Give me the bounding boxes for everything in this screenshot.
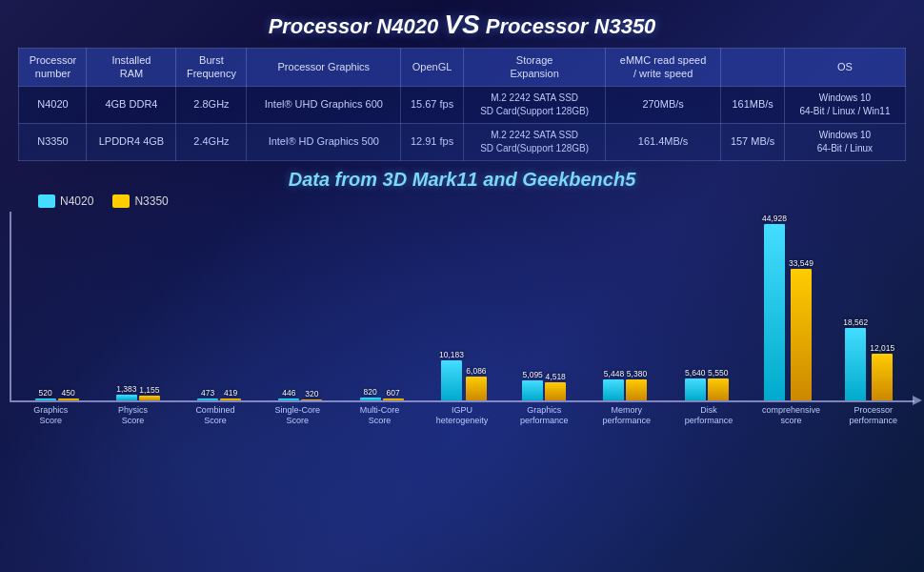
bar-label: Multi-CoreScore [338,405,420,427]
cell-os: Windows 1064-Bit / Linux / Win11 [785,86,905,123]
bar-n3350: 5,380 [626,369,647,400]
legend-n3350: N3350 [112,194,168,208]
table-row: N4020 4GB DDR4 2.8GHz Intel® UHD Graphic… [19,86,905,123]
bar-n4020: 10,183 [439,350,464,400]
cell-graphics: Intel® HD Graphics 500 [247,123,401,160]
col-read: eMMC read speed/ write speed [606,49,721,87]
cell-storage: M.2 2242 SATA SSDSD Card(Support 128GB) [464,86,606,123]
bar-label: PhysicsScore [91,405,173,427]
x-axis-arrow [913,396,922,405]
cell-opengl: 15.67 fps [401,86,464,123]
col-ram: InstalledRAM [87,49,176,87]
title-part1: Processor N4020 [269,14,439,38]
bar-group: 44,928 33,549 [747,214,828,400]
labels-row: GraphicsScorePhysicsScoreCombinedScoreSi… [10,405,914,427]
bar-n3350: 607 [383,388,404,400]
specs-table: Processornumber InstalledRAM BurstFreque… [18,48,905,161]
bar-n4020: 1,383 [116,384,137,400]
bar-n3350: 1,155 [139,385,160,400]
chart-legend: N4020 N3350 [10,194,914,212]
cell-processor: N3350 [19,123,87,160]
col-processor: Processornumber [19,49,87,87]
chart-area: Data from 3D Mark11 and Geekbench5 N4020… [10,161,914,409]
cell-opengl: 12.91 fps [401,123,464,160]
bar-n3350: 12,015 [870,343,894,400]
cell-ram: LPDDR4 4GB [87,123,176,160]
cell-read: 270MB/s [606,86,721,123]
col-opengl: OpenGL [401,49,464,87]
col-os: OS [785,49,905,87]
cell-ram: 4GB DDR4 [87,86,176,123]
bar-n4020: 5,448 [603,369,624,400]
col-freq: BurstFrequency [176,49,247,87]
legend-color-n4020 [38,194,55,208]
bar-n3350: 4,518 [545,372,566,400]
bar-group: 5,640 5,550 [666,368,747,400]
cell-write: 157 MB/s [720,123,784,160]
bar-label: Graphicsperformance [503,405,585,427]
bar-group: 1,383 1,155 [97,384,178,400]
bar-group: 5,448 5,380 [585,369,666,400]
legend-color-n3350 [112,194,130,208]
bar-n3350: 419 [220,388,241,400]
vs-text: VS [444,10,479,39]
bar-n3350: 5,550 [708,368,729,400]
main-title: Processor N4020 VS Processor N3350 [0,0,924,48]
cell-os: Windows 1064-Bit / Linux [785,123,905,160]
bar-label: Memoryperformance [586,405,668,427]
bar-n4020: 473 [197,388,218,400]
legend-label-n4020: N4020 [60,194,93,208]
bar-n4020: 820 [360,387,381,400]
bars-container: 520 450 1,383 1,155 473 419 446 [10,212,914,402]
title-part2: Processor N3350 [486,14,656,38]
cell-read: 161.4MB/s [606,123,721,160]
bar-n4020: 5,640 [685,368,706,400]
chart-title: Data from 3D Mark11 and Geekbench5 [10,161,914,194]
cell-freq: 2.4GHz [176,123,247,160]
legend-label-n3350: N3350 [134,194,168,208]
bar-label: GraphicsScore [10,405,91,427]
bar-n4020: 5,095 [522,370,543,400]
bar-group: 820 607 [341,387,422,400]
bar-n3350: 33,549 [789,258,814,400]
col-write [720,49,784,87]
col-graphics: Processor Graphics [247,49,401,87]
table-row: N3350 LPDDR4 4GB 2.4GHz Intel® HD Graphi… [19,123,905,160]
cell-processor: N4020 [19,86,87,123]
bar-group: 473 419 [179,388,260,400]
bar-group: 520 450 [16,388,97,400]
cell-storage: M.2 2242 SATA SSDSD Card(Support 128GB) [464,123,606,160]
legend-n4020: N4020 [38,194,93,208]
cell-graphics: Intel® UHD Graphics 600 [247,86,401,123]
bar-n4020: 44,928 [762,214,787,400]
bar-label: Single-CoreScore [256,405,338,427]
bar-label: CombinedScore [174,405,256,427]
col-storage: StorageExpansion [464,49,606,87]
bar-label: Diskperformance [668,405,750,427]
bar-label: Processorperformance [833,405,914,427]
bar-n3350: 320 [301,389,322,400]
bar-label: IGPUheterogeneity [421,405,503,427]
bar-label: comprehensivescore [750,405,832,427]
bar-group: 18,562 12,015 [829,317,910,400]
bar-n3350: 450 [58,388,79,400]
bar-n4020: 446 [278,388,299,400]
bar-n3350: 6,086 [466,366,487,400]
bar-group: 10,183 6,086 [422,350,503,400]
cell-write: 161MB/s [720,86,784,123]
cell-freq: 2.8GHz [176,86,247,123]
bar-n4020: 18,562 [843,317,868,400]
bar-group: 5,095 4,518 [504,370,585,400]
bar-n4020: 520 [35,388,56,400]
bar-group: 446 320 [260,388,341,400]
